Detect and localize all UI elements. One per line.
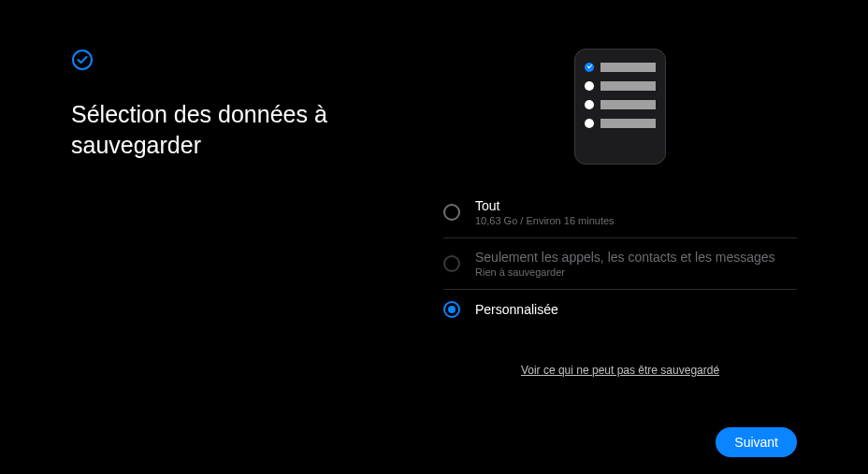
option-title: Tout bbox=[475, 198, 615, 213]
radio-icon bbox=[443, 255, 460, 272]
radio-icon bbox=[443, 301, 460, 318]
option-all[interactable]: Tout 10,63 Go / Environ 16 minutes bbox=[443, 187, 797, 238]
option-calls-contacts-messages: Seulement les appels, les contacts et le… bbox=[443, 238, 797, 290]
unsupported-items-link-container: Voir ce qui ne peut pas être sauvegardé bbox=[443, 361, 797, 378]
option-title: Personnalisée bbox=[475, 302, 558, 317]
page-title: Sélection des données à sauvegarder bbox=[71, 99, 383, 160]
next-button[interactable]: Suivant bbox=[716, 427, 797, 457]
backup-list-illustration bbox=[443, 49, 797, 165]
checkmark-circle-icon bbox=[71, 49, 383, 75]
option-custom[interactable]: Personnalisée bbox=[443, 290, 797, 329]
backup-options-list: Tout 10,63 Go / Environ 16 minutes Seule… bbox=[443, 187, 797, 329]
unsupported-items-link[interactable]: Voir ce qui ne peut pas être sauvegardé bbox=[521, 364, 719, 377]
option-subtitle: Rien à sauvegarder bbox=[475, 266, 775, 278]
option-subtitle: 10,63 Go / Environ 16 minutes bbox=[475, 215, 615, 226]
option-title: Seulement les appels, les contacts et le… bbox=[475, 250, 775, 265]
svg-point-0 bbox=[73, 50, 92, 69]
radio-icon bbox=[443, 204, 460, 221]
